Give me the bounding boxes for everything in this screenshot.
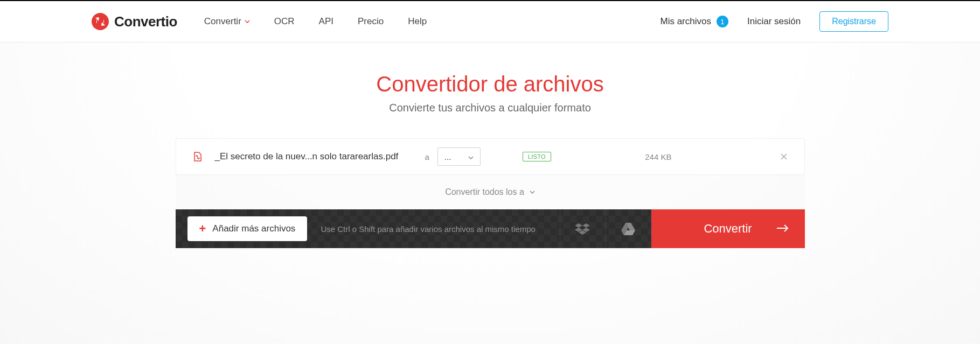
convert-all-link[interactable]: Convertir todos los a [176,175,805,209]
my-files-badge: 1 [717,16,728,27]
logo[interactable]: Convertio [92,13,177,30]
action-bar: + Añadir más archivos Use Ctrl o Shift p… [176,209,805,248]
header-right: Mis archivos 1 Iniciar sesión Registrars… [661,11,889,32]
add-more-button[interactable]: + Añadir más archivos [187,216,308,241]
chevron-down-icon [468,152,474,161]
file-size: 244 KB [645,152,671,161]
nav-ocr[interactable]: OCR [274,16,295,27]
cloud-section [560,209,651,248]
brand-logo-icon [92,13,109,30]
signup-button[interactable]: Registrarse [819,11,888,32]
login-link[interactable]: Iniciar sesión [747,16,801,27]
nav-api[interactable]: API [319,16,333,27]
dropbox-icon [575,222,590,235]
my-files-label: Mis archivos [661,16,711,27]
file-container: _El secreto de la nuev...n solo tararear… [176,138,805,248]
convert-button[interactable]: Convertir [651,209,805,248]
to-label: a [425,152,429,161]
convert-label: Convertir [704,222,752,236]
page-title: Convertidor de archivos [0,72,980,96]
hint-text: Use Ctrl o Shift para añadir varios arch… [321,224,535,234]
nav-help[interactable]: Help [408,16,427,27]
pdf-icon [192,150,203,163]
chevron-down-icon [245,20,250,23]
close-button[interactable] [780,152,788,161]
file-row: _El secreto de la nuev...n solo tararear… [176,138,805,175]
google-drive-icon [621,223,635,235]
app-header: Convertio Convertir OCR API Precio Help … [0,1,980,43]
brand-name: Convertio [114,13,177,30]
page-subtitle: Convierte tus archivos a cualquier forma… [0,102,980,114]
convert-all-label: Convertir todos los a [445,187,524,197]
close-icon [780,152,788,161]
nav-convert-label: Convertir [204,16,241,27]
arrow-right-icon [777,222,789,236]
nav-convert[interactable]: Convertir [204,16,250,27]
my-files-link[interactable]: Mis archivos 1 [661,16,728,27]
format-select[interactable]: ... [437,147,481,166]
dropbox-button[interactable] [560,209,606,248]
file-name: _El secreto de la nuev...n solo tararear… [215,151,425,162]
status-badge: LISTO [523,152,551,161]
format-placeholder: ... [444,152,451,161]
add-more-label: Añadir más archivos [212,223,295,234]
main-nav: Convertir OCR API Precio Help [204,16,427,27]
plus-icon: + [199,223,206,235]
nav-price[interactable]: Precio [358,16,384,27]
main-content: Convertidor de archivos Convierte tus ar… [0,43,980,344]
chevron-down-icon [530,191,535,194]
google-drive-button[interactable] [606,209,651,248]
svg-point-0 [92,13,109,30]
